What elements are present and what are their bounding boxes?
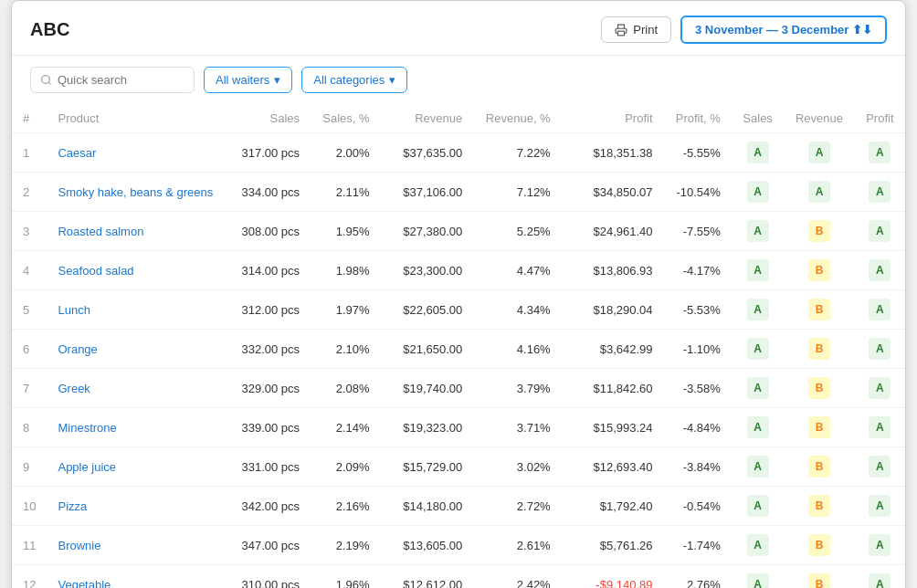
cell-revenue-pct: 4.47% — [473, 251, 561, 290]
waiters-filter-label: All waiters — [216, 73, 269, 87]
cell-product[interactable]: Apple juice — [47, 447, 227, 487]
product-link[interactable]: Caesar — [58, 146, 96, 160]
cell-revenue-pct: 2.42% — [473, 565, 561, 589]
badge-revenue: A — [808, 181, 830, 203]
categories-filter-button[interactable]: All categories ▾ — [301, 67, 407, 93]
cell-product[interactable]: Orange — [47, 330, 227, 369]
table-row: 7 Greek 329.00 pcs 2.08% $19,740.00 3.79… — [12, 369, 905, 408]
product-link[interactable]: Apple juice — [58, 460, 116, 474]
cell-badge-revenue: B — [784, 369, 854, 408]
cell-badge-revenue: B — [784, 212, 854, 251]
cell-profit-pct: -4.17% — [664, 251, 732, 290]
print-button[interactable]: Print — [601, 16, 671, 43]
cell-product[interactable]: Pizza — [47, 487, 227, 526]
cell-revenue: $23,300.00 — [381, 251, 474, 290]
badge-revenue: A — [808, 142, 830, 163]
search-input[interactable] — [58, 73, 184, 87]
col-header-sales-pct: Sales, % — [311, 104, 381, 133]
product-link[interactable]: Minestrone — [58, 421, 116, 435]
badge-profit: A — [869, 416, 891, 438]
cell-product[interactable]: Brownie — [47, 526, 227, 565]
product-link[interactable]: Orange — [58, 342, 97, 356]
product-link[interactable]: Greek — [58, 382, 90, 395]
cell-badge-sales: A — [732, 565, 784, 589]
badge-profit: A — [869, 181, 891, 203]
badge-sales: A — [747, 416, 769, 438]
cell-sales-pct: 2.19% — [311, 526, 381, 565]
cell-sales: 342.00 pcs — [227, 487, 311, 526]
cell-revenue: $27,380.00 — [381, 212, 474, 251]
cell-product[interactable]: Lunch — [47, 290, 227, 330]
waiters-filter-button[interactable]: All waiters ▾ — [204, 67, 292, 93]
cell-revenue: $13,605.00 — [381, 526, 474, 565]
badge-sales: A — [747, 495, 769, 517]
cell-num: 10 — [12, 487, 47, 526]
col-header-num: # — [12, 104, 47, 133]
cell-profit-pct: -5.55% — [664, 133, 732, 173]
badge-profit: A — [869, 573, 891, 588]
cell-product[interactable]: Caesar — [47, 133, 227, 173]
cell-revenue: $37,635.00 — [381, 133, 474, 173]
product-link[interactable]: Smoky hake, beans & greens — [58, 185, 213, 199]
cell-badge-profit: A — [855, 487, 905, 526]
cell-profit-pct: -10.54% — [664, 173, 732, 212]
date-range-label: 3 November — 3 December — [695, 23, 848, 37]
cell-badge-profit: A — [855, 408, 905, 447]
cell-product[interactable]: Seafood salad — [47, 251, 227, 290]
product-link[interactable]: Brownie — [58, 539, 100, 552]
date-range-button[interactable]: 3 November — 3 December ⬆⬇ — [680, 16, 887, 44]
table-row: 4 Seafood salad 314.00 pcs 1.98% $23,300… — [12, 251, 905, 290]
badge-revenue: B — [808, 259, 830, 281]
col-header-badge-sales: Sales — [732, 104, 784, 133]
cell-badge-profit: A — [855, 290, 905, 330]
cell-sales: 310.00 pcs — [227, 565, 311, 589]
product-link[interactable]: Pizza — [58, 499, 87, 513]
cell-profit: $1,792.40 — [562, 487, 664, 526]
badge-revenue: B — [808, 299, 830, 320]
data-table-container: # Product Sales Sales, % Revenue Revenue… — [12, 104, 905, 588]
search-box[interactable] — [30, 67, 195, 93]
cell-num: 7 — [12, 369, 47, 408]
cell-revenue: $19,323.00 — [381, 408, 474, 447]
data-table: # Product Sales Sales, % Revenue Revenue… — [12, 104, 905, 588]
product-link[interactable]: Lunch — [58, 303, 90, 317]
cell-sales-pct: 2.09% — [311, 447, 381, 487]
badge-sales: A — [747, 534, 769, 556]
cell-sales-pct: 2.00% — [311, 133, 381, 173]
cell-badge-profit: A — [855, 133, 905, 173]
badge-revenue: B — [808, 338, 830, 360]
cell-badge-sales: A — [732, 290, 784, 330]
cell-badge-revenue: B — [784, 487, 854, 526]
cell-product[interactable]: Roasted salmon — [47, 212, 227, 251]
cell-revenue: $12,612.00 — [381, 565, 474, 589]
cell-product[interactable]: Minestrone — [47, 408, 227, 447]
badge-sales: A — [747, 220, 769, 242]
cell-num: 2 — [12, 173, 47, 212]
product-link[interactable]: Seafood salad — [58, 264, 133, 278]
header-actions: Print 3 November — 3 December ⬆⬇ — [601, 16, 887, 44]
svg-rect-0 — [618, 31, 625, 36]
header: ABC Print 3 November — 3 December ⬆⬇ — [12, 1, 905, 56]
cell-badge-revenue: B — [784, 447, 854, 487]
cell-badge-sales: A — [732, 212, 784, 251]
cell-profit: $11,842.60 — [562, 369, 664, 408]
table-row: 3 Roasted salmon 308.00 pcs 1.95% $27,38… — [12, 212, 905, 251]
badge-revenue: B — [808, 573, 830, 588]
waiters-chevron-icon: ▾ — [274, 73, 280, 87]
cell-product[interactable]: Smoky hake, beans & greens — [47, 173, 227, 212]
table-row: 10 Pizza 342.00 pcs 2.16% $14,180.00 2.7… — [12, 487, 905, 526]
cell-product[interactable]: Greek — [47, 369, 227, 408]
badge-revenue: B — [808, 495, 830, 517]
cell-badge-sales: A — [732, 487, 784, 526]
col-header-revenue-pct: Revenue, % — [473, 104, 561, 133]
cell-num: 1 — [12, 133, 47, 173]
product-link[interactable]: Vegetable — [58, 578, 111, 589]
cell-badge-sales: A — [732, 133, 784, 173]
cell-sales: 339.00 pcs — [227, 408, 311, 447]
badge-sales: A — [747, 142, 769, 163]
product-link[interactable]: Roasted salmon — [58, 225, 143, 238]
cell-product[interactable]: Vegetable — [47, 565, 227, 589]
chevron-icon: ⬆⬇ — [852, 23, 872, 37]
cell-sales: 308.00 pcs — [227, 212, 311, 251]
cell-revenue: $21,650.00 — [381, 330, 474, 369]
